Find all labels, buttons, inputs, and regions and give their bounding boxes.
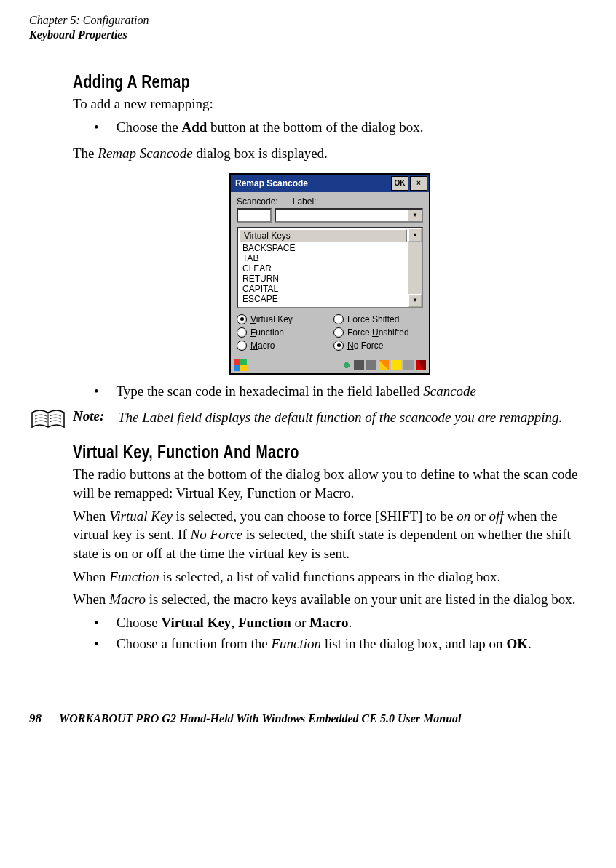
system-tray (341, 360, 426, 370)
note-text: The Label field displays the default fun… (118, 408, 587, 427)
taskbar (231, 357, 429, 373)
text-italic: Remap Scancode (98, 146, 192, 161)
scroll-up-icon[interactable]: ▲ (408, 228, 422, 242)
paragraph: When Virtual Key is selected, you can ch… (73, 507, 587, 563)
text: V (250, 314, 256, 324)
bullet-list: Type the scan code in hexadecimal in the… (73, 382, 587, 402)
text: When (73, 569, 109, 584)
note-label: Note: (73, 408, 118, 424)
list-item[interactable]: RETURN (238, 274, 408, 284)
list-item[interactable]: CAPITAL (238, 284, 408, 294)
text: . (528, 636, 532, 651)
text: When (73, 592, 109, 607)
bullet-list: Choose the Add button at the bottom of t… (73, 118, 587, 138)
scrollbar[interactable]: ▲ ▼ (408, 228, 422, 307)
text-bold: Add (181, 119, 207, 135)
tray-icon[interactable] (416, 360, 426, 370)
text: N (347, 341, 354, 351)
text-italic: on (457, 509, 470, 524)
scroll-down-icon[interactable]: ▼ (408, 294, 422, 307)
close-button[interactable]: × (410, 176, 427, 191)
paragraph: The radio buttons at the bottom of the d… (73, 465, 587, 502)
start-icon[interactable] (234, 359, 247, 371)
text: Type the scan code in hexadecimal in the… (116, 383, 423, 399)
list-item[interactable]: TAB (238, 253, 408, 263)
text: . (349, 615, 352, 630)
radio-dot-icon (237, 314, 247, 324)
text: irtual Key (256, 314, 293, 324)
text: U (372, 327, 379, 338)
page-number: 98 (29, 712, 42, 726)
text: list in the dialog box, and tap on (321, 636, 506, 651)
text: Choose a function from the (117, 636, 272, 651)
text-italic: No Force (190, 527, 242, 542)
text: acro (258, 341, 275, 351)
heading-virtual-key: Virtual Key, Function And Macro (73, 442, 474, 463)
text: nshifted (379, 327, 409, 338)
list-item: Choose a function from the Function list… (73, 634, 587, 654)
text-italic: Virtual Key (109, 509, 173, 524)
radio-force-shifted[interactable]: Force Shifted (333, 314, 423, 324)
chevron-down-icon[interactable]: ▼ (408, 210, 422, 221)
note-icon (31, 408, 67, 431)
radio-dot-icon (237, 341, 247, 351)
scancode-input[interactable] (237, 208, 272, 223)
tray-icon[interactable] (366, 360, 376, 370)
tray-icon[interactable] (379, 360, 389, 370)
text: is selected, the macro keys available on… (146, 592, 575, 607)
text: o Force (354, 341, 384, 351)
paragraph: The Remap Scancode dialog box is display… (73, 144, 587, 163)
tray-icon[interactable] (403, 360, 414, 370)
list-item[interactable]: CLEAR (238, 263, 408, 274)
list-item[interactable]: ESCAPE (238, 294, 408, 304)
heading-adding-remap: Adding A Remap (73, 71, 474, 92)
label-scancode: Scancode: (237, 196, 278, 207)
text: is selected, you can choose to force [SH… (173, 509, 457, 524)
radio-force-unshifted[interactable]: Force Unshifted (333, 327, 423, 338)
footer-title: WORKABOUT PRO G2 Hand-Held With Windows … (59, 712, 462, 725)
remap-scancode-dialog: Remap Scancode OK × Scancode: Label: (229, 173, 430, 375)
text-bold: Virtual Key (162, 615, 232, 630)
tray-icon[interactable] (391, 360, 401, 370)
radio-dot-icon (333, 314, 344, 324)
running-head-line2: Keyboard Properties (29, 28, 587, 42)
text-italic: Scancode (423, 383, 476, 399)
ok-button[interactable]: OK (391, 176, 408, 191)
text: The (73, 146, 98, 161)
paragraph: To add a new remapping: (73, 95, 587, 114)
list-item[interactable]: BACKSPACE (238, 243, 408, 253)
text: Force Shifted (347, 314, 399, 324)
radio-virtual-key[interactable]: Virtual Key (237, 314, 326, 324)
label-label: Label: (293, 196, 317, 207)
text: dialog box is displayed. (193, 146, 328, 161)
radio-dot-icon (333, 341, 344, 351)
text-bold: Macro (309, 615, 348, 630)
paragraph: When Function is selected, a list of val… (73, 568, 587, 586)
text: M (250, 341, 258, 351)
text: , (231, 615, 238, 630)
footer: 98 WORKABOUT PRO G2 Hand-Held With Windo… (29, 712, 587, 726)
text: is selected, a list of valid functions a… (159, 569, 501, 584)
text: or (291, 615, 309, 630)
radio-dot-icon (333, 327, 344, 338)
text-italic: Macro (109, 592, 146, 607)
text: unction (256, 327, 284, 338)
text: Choose the (117, 119, 182, 135)
tray-icon[interactable] (354, 360, 364, 370)
radio-dot-icon (237, 327, 247, 338)
bullet-list: Choose Virtual Key, Function or Macro. C… (73, 613, 587, 653)
running-head-line1: Chapter 5: Configuration (29, 13, 587, 28)
tray-icon[interactable] (341, 360, 352, 370)
radio-no-force[interactable]: No Force (333, 341, 423, 351)
text: Choose (117, 615, 162, 630)
list-item: Choose Virtual Key, Function or Macro. (73, 613, 587, 633)
text: or (470, 509, 489, 524)
radio-function[interactable]: Function (237, 327, 326, 338)
dialog-title: Remap Scancode (235, 178, 308, 188)
virtual-keys-listbox[interactable]: Virtual Keys BACKSPACE TAB CLEAR RETURN … (237, 227, 423, 308)
paragraph: When Macro is selected, the macro keys a… (73, 590, 587, 609)
text-bold: Function (238, 615, 291, 630)
radio-macro[interactable]: Macro (237, 341, 326, 351)
label-combo[interactable]: ▼ (275, 208, 423, 223)
text: button at the bottom of the dialog box. (207, 119, 423, 135)
